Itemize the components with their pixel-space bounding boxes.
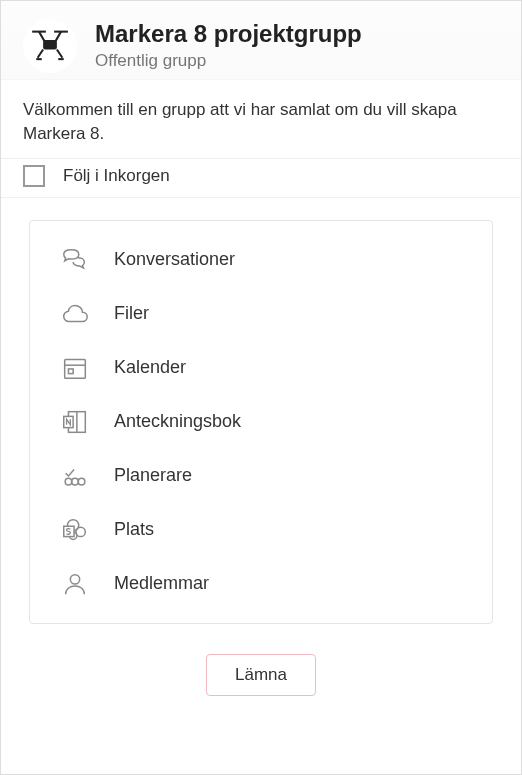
nav-label: Planerare [114, 465, 192, 486]
conversations-icon [58, 243, 92, 277]
nav-files[interactable]: Filer [30, 287, 492, 341]
group-subtitle: Offentlig grupp [95, 51, 362, 71]
nav-calendar[interactable]: Kalender [30, 341, 492, 395]
calendar-icon [58, 351, 92, 385]
group-title: Markera 8 projektgrupp [95, 21, 362, 47]
planner-icon [58, 459, 92, 493]
nav-notebook[interactable]: Anteckningsbok [30, 395, 492, 449]
drone-icon [28, 22, 72, 70]
nav-label: Medlemmar [114, 573, 209, 594]
follow-inbox-label: Följ i Inkorgen [63, 166, 170, 186]
svg-line-3 [56, 32, 62, 42]
follow-inbox-checkbox[interactable] [23, 165, 45, 187]
nav-label: Kalender [114, 357, 186, 378]
group-avatar [23, 19, 77, 73]
nav-label: Anteckningsbok [114, 411, 241, 432]
cloud-icon [58, 297, 92, 331]
group-description: Välkommen till en grupp att vi har samla… [1, 80, 521, 158]
person-icon [58, 567, 92, 601]
follow-inbox-row: Följ i Inkorgen [1, 158, 521, 198]
svg-point-15 [65, 478, 72, 485]
group-header: Markera 8 projektgrupp Offentlig grupp [1, 1, 521, 80]
leave-button[interactable]: Lämna [206, 654, 316, 696]
svg-point-17 [78, 478, 85, 485]
svg-point-22 [70, 574, 79, 583]
nav-label: Konversationer [114, 249, 235, 270]
nav-members[interactable]: Medlemmar [30, 557, 492, 611]
title-block: Markera 8 projektgrupp Offentlig grupp [95, 19, 362, 71]
nav-label: Plats [114, 519, 154, 540]
nav-planner[interactable]: Planerare [30, 449, 492, 503]
group-panel: Markera 8 projektgrupp Offentlig grupp V… [0, 0, 522, 775]
svg-line-6 [57, 50, 63, 58]
notebook-icon [58, 405, 92, 439]
svg-line-5 [38, 50, 44, 58]
nav-conversations[interactable]: Konversationer [30, 233, 492, 287]
svg-line-2 [39, 32, 45, 42]
svg-rect-4 [43, 40, 57, 50]
group-nav-card: Konversationer Filer Kalender [29, 220, 493, 624]
svg-rect-11 [68, 369, 73, 374]
nav-site[interactable]: Plats [30, 503, 492, 557]
sharepoint-icon [58, 513, 92, 547]
panel-footer: Lämna [1, 642, 521, 720]
svg-point-16 [72, 478, 79, 485]
nav-label: Filer [114, 303, 149, 324]
